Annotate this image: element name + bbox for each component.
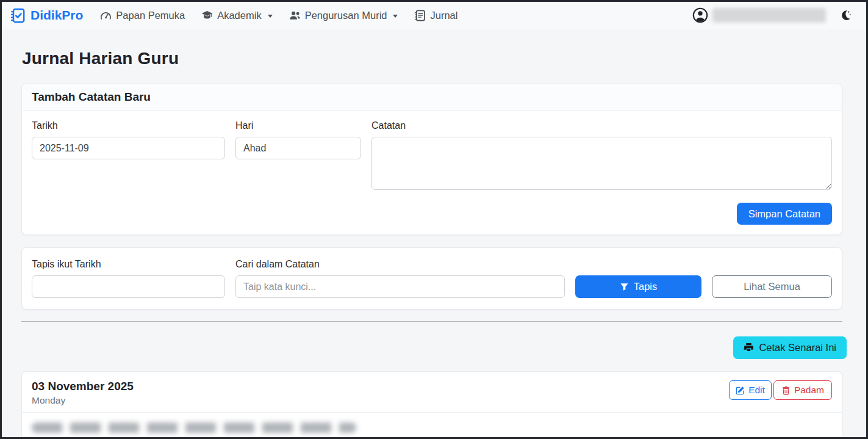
- user-menu[interactable]: [692, 7, 826, 23]
- hari-field-group: Hari: [235, 120, 361, 192]
- navbar-right: [692, 7, 852, 23]
- moon-stars-icon: [839, 9, 852, 21]
- entry-date-block: 03 November 2025 Monday: [32, 380, 134, 406]
- top-navbar: DidikPro Papan Pemuka Akademik: [2, 2, 866, 29]
- chevron-down-icon: [268, 15, 273, 18]
- filter-button-col: Tapis: [575, 259, 701, 298]
- filter-button[interactable]: Tapis: [575, 275, 701, 298]
- tarikh-label: Tarikh: [32, 120, 225, 131]
- date-filter-group: Tapis ikut Tarikh: [32, 259, 225, 298]
- printer-icon: [744, 343, 754, 353]
- people-icon: [289, 10, 301, 21]
- nav-links: Papan Pemuka Akademik: [100, 10, 457, 21]
- journal-check-icon: [10, 8, 26, 23]
- catatan-label: Catatan: [371, 120, 832, 131]
- dark-mode-toggle[interactable]: [839, 9, 852, 21]
- redacted-entry-text: [32, 423, 356, 433]
- nav-item-papan-pemuka[interactable]: Papan Pemuka: [100, 10, 185, 21]
- save-note-button[interactable]: Simpan Catatan: [737, 203, 832, 225]
- catatan-field-group: Catatan: [371, 120, 832, 192]
- trash-icon: [781, 386, 791, 395]
- section-divider: [21, 321, 842, 322]
- nav-label: Jurnal: [430, 10, 457, 21]
- chevron-down-icon: [393, 15, 398, 18]
- person-circle-icon: [692, 7, 708, 23]
- pencil-square-icon: [736, 386, 745, 395]
- delete-entry-button-label: Padam: [794, 385, 824, 396]
- main-content: Jurnal Harian Guru Tambah Catatan Baru T…: [2, 49, 866, 439]
- entry-date: 03 November 2025: [32, 380, 134, 393]
- hari-input[interactable]: [235, 137, 361, 159]
- tarikh-field-group: Tarikh: [32, 120, 225, 192]
- nav-label: Akademik: [217, 10, 261, 21]
- add-note-card-body: Tarikh Hari Catatan Simpan Catatan: [22, 111, 842, 234]
- nav-item-pengurusan-murid[interactable]: Pengurusan Murid: [289, 10, 398, 21]
- catatan-textarea[interactable]: [371, 137, 832, 190]
- filter-card: Tapis ikut Tarikh Cari dalam Catatan: [21, 247, 842, 310]
- page-title: Jurnal Harian Guru: [22, 49, 842, 68]
- add-note-card-header: Tambah Catatan Baru: [22, 84, 842, 111]
- entry-header: 03 November 2025 Monday Edit: [22, 372, 842, 413]
- search-group: Cari dalam Catatan: [235, 259, 565, 298]
- search-input[interactable]: [235, 275, 565, 298]
- filter-card-body: Tapis ikut Tarikh Cari dalam Catatan: [22, 248, 842, 309]
- entry-actions: Edit Padam: [729, 380, 832, 400]
- hari-label: Hari: [235, 120, 361, 131]
- print-list-button[interactable]: Cetak Senarai Ini: [733, 336, 847, 359]
- funnel-icon: [620, 282, 629, 291]
- brand-logo[interactable]: DidikPro: [10, 8, 83, 23]
- nav-item-akademik[interactable]: Akademik: [201, 10, 272, 21]
- view-all-button-col: Lihat Semua: [712, 259, 832, 298]
- edit-entry-button-label: Edit: [748, 385, 765, 396]
- mortarboard-icon: [201, 10, 213, 21]
- edit-entry-button[interactable]: Edit: [729, 380, 772, 400]
- nav-label: Papan Pemuka: [116, 10, 185, 21]
- view-all-button[interactable]: Lihat Semua: [712, 275, 832, 298]
- journal-text-icon: [414, 10, 426, 21]
- filter-button-label: Tapis: [634, 281, 658, 292]
- journal-entry-card: 03 November 2025 Monday Edit: [21, 371, 842, 439]
- brand-name: DidikPro: [30, 8, 83, 23]
- date-filter-label: Tapis ikut Tarikh: [32, 259, 225, 270]
- entry-day: Monday: [32, 395, 134, 406]
- date-filter-input[interactable]: [32, 275, 225, 298]
- delete-entry-button[interactable]: Padam: [773, 380, 832, 400]
- tarikh-input[interactable]: [32, 137, 225, 159]
- print-list-button-label: Cetak Senarai Ini: [759, 342, 836, 354]
- redacted-user-name: [712, 8, 826, 23]
- add-note-card: Tambah Catatan Baru Tarikh Hari Catatan …: [21, 84, 842, 235]
- entry-body: [22, 413, 842, 439]
- search-label: Cari dalam Catatan: [235, 259, 565, 270]
- nav-item-jurnal[interactable]: Jurnal: [414, 10, 457, 21]
- nav-label: Pengurusan Murid: [305, 10, 387, 21]
- speedometer-icon: [100, 10, 112, 21]
